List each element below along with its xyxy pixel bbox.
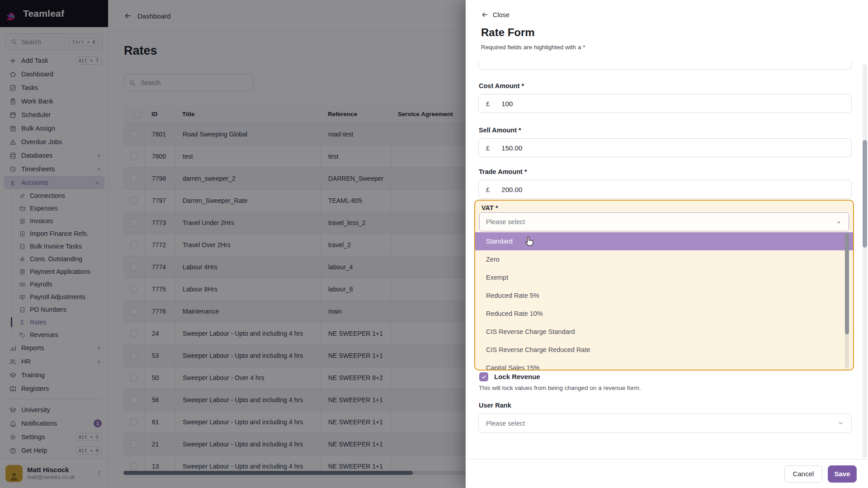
panel-scrollbar-thumb[interactable]: [863, 140, 867, 248]
vat-option[interactable]: Zero: [475, 250, 853, 268]
vat-option[interactable]: Capital Sales 15%: [475, 359, 853, 371]
currency-symbol: £: [486, 186, 490, 193]
lock-revenue-checkbox[interactable]: [479, 372, 488, 381]
close-label: Close: [493, 11, 509, 19]
sell-amount-label: Sell Amount *: [479, 127, 521, 134]
vat-label: VAT *: [481, 204, 498, 211]
trade-amount-input[interactable]: £ 200.00: [478, 180, 852, 199]
arrow-left-icon: [481, 11, 489, 19]
cancel-button[interactable]: Cancel: [784, 465, 822, 483]
cost-amount-label: Cost Amount *: [479, 82, 524, 89]
triangle-up-icon: [835, 219, 842, 225]
currency-symbol: £: [486, 100, 490, 108]
trade-amount-label: Trade Amount *: [479, 168, 527, 175]
sell-amount-input[interactable]: £ 150.00: [478, 138, 852, 157]
user-rank-select[interactable]: Please select: [478, 413, 852, 433]
save-button[interactable]: Save: [828, 465, 857, 483]
rate-form-panel: Close Rate Form Required fields are high…: [466, 0, 868, 488]
mouse-cursor: [524, 235, 536, 247]
vat-option[interactable]: Exempt: [475, 268, 853, 286]
panel-scrollbar[interactable]: [863, 64, 867, 458]
currency-symbol: £: [486, 144, 490, 152]
panel-title: Rate Form: [481, 26, 535, 39]
app-window: Teamleaf Search Ctrl + K Add Task Alt + …: [0, 0, 868, 488]
close-button[interactable]: Close: [481, 11, 509, 19]
vat-select-placeholder: Please select: [486, 218, 525, 225]
dropdown-scrollbar[interactable]: [845, 233, 849, 369]
vat-option[interactable]: Reduced Rate 10%: [475, 305, 853, 323]
panel-footer: Cancel Save: [466, 459, 868, 488]
lock-revenue-helper: This will lock values from being changed…: [479, 385, 641, 391]
cost-amount-input[interactable]: £ 100: [478, 94, 852, 113]
trade-amount-value: 200.00: [501, 186, 522, 193]
vat-option[interactable]: Reduced Rate 5%: [475, 286, 853, 305]
sell-amount-value: 150.00: [501, 144, 522, 152]
vat-field-container: VAT * Please select StandardZeroExemptRe…: [474, 200, 854, 371]
vat-option[interactable]: CIS Reverse Charge Standard: [475, 323, 853, 341]
lock-revenue-label: Lock Revenue: [494, 373, 540, 380]
chevron-down-icon: [837, 420, 844, 427]
modal-backdrop: [0, 0, 466, 488]
vat-select[interactable]: Please select: [479, 212, 849, 231]
dropdown-scrollbar-thumb[interactable]: [845, 233, 849, 334]
user-rank-label: User Rank: [479, 402, 511, 409]
vat-option[interactable]: CIS Reverse Charge Reduced Rate: [475, 341, 853, 359]
vat-option-list: StandardZeroExemptReduced Rate 5%Reduced…: [475, 232, 853, 371]
clipped-field[interactable]: [478, 61, 852, 70]
panel-subtitle: Required fields are highlighted with a *: [481, 44, 585, 51]
cost-amount-value: 100: [501, 100, 513, 108]
user-rank-placeholder: Please select: [486, 420, 525, 427]
